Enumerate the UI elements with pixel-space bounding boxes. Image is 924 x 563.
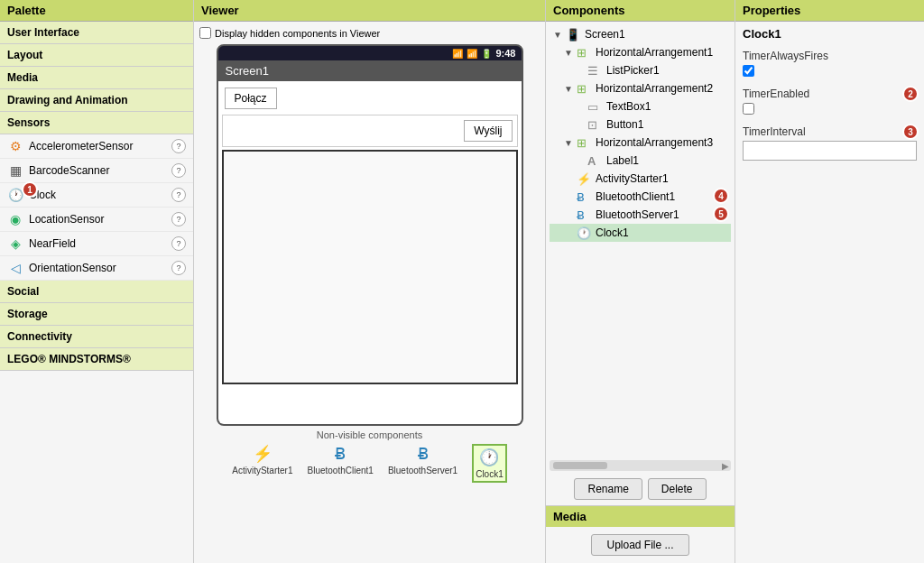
- barcode-label: BarcodeScanner: [29, 164, 171, 177]
- listpicker1-label: ListPicker1: [606, 64, 727, 77]
- accelerometer-icon: ⚙: [7, 138, 23, 154]
- harr1-label: HorizontalArrangement1: [596, 46, 727, 59]
- phone-titlebar: Screen1: [218, 60, 522, 81]
- prop-timer-always-fires: TimerAlwaysFires: [735, 46, 924, 84]
- accelerometer-label: AccelerometerSensor: [29, 140, 171, 152]
- phone-textarea[interactable]: [222, 150, 518, 384]
- location-icon: ◉: [7, 211, 23, 227]
- tree-screen1[interactable]: ▼ 📱 Screen1: [550, 25, 731, 43]
- screen1-expand-icon: ▼: [553, 30, 566, 40]
- tree-clock1[interactable]: 🕐 Clock1: [550, 224, 731, 242]
- palette-item-location[interactable]: ◉ LocationSensor ?: [0, 208, 193, 232]
- media-section: Media Upload File ...: [546, 505, 735, 563]
- timer-enabled-checkbox[interactable]: [743, 103, 754, 115]
- wyslij-button[interactable]: Wyślij: [464, 120, 512, 142]
- nearfield-help[interactable]: ?: [171, 236, 186, 251]
- clock-nv-icon: 🕐: [479, 448, 499, 467]
- battery-icon: 🔋: [481, 49, 492, 59]
- palette-panel: Palette User Interface Layout Media Draw…: [0, 0, 194, 563]
- tree-button1[interactable]: ⊡ Button1: [550, 115, 731, 134]
- screen1-label: Screen1: [585, 28, 727, 41]
- orientation-label: OrientationSensor: [29, 262, 171, 274]
- tree-label1[interactable]: A Label1: [550, 152, 731, 170]
- harr2-expand-icon: ▼: [564, 84, 577, 94]
- comp-buttons: Rename Delete: [546, 473, 735, 505]
- location-label: LocationSensor: [29, 213, 171, 226]
- activity-icon: ⚡: [253, 444, 273, 464]
- tree-harr3[interactable]: ▼ ⊞ HorizontalArrangement3: [550, 134, 731, 152]
- btserver-icon: Ƀ: [418, 444, 429, 464]
- palette-section-drawing[interactable]: Drawing and Animation: [0, 89, 193, 112]
- tree-btclient1[interactable]: Ƀ BluetoothClient1 4: [550, 188, 731, 206]
- non-visible-btclient[interactable]: Ƀ BluetoothClient1: [308, 444, 374, 483]
- clock-help[interactable]: ?: [171, 188, 186, 202]
- label1-label: Label1: [606, 154, 727, 167]
- accelerometer-help[interactable]: ?: [171, 139, 186, 153]
- tree-harr2[interactable]: ▼ ⊞ HorizontalArrangement2: [550, 79, 731, 97]
- timer-always-fires-checkbox[interactable]: [743, 65, 754, 77]
- orientation-help[interactable]: ?: [171, 261, 186, 275]
- polacz-button[interactable]: Połącz: [225, 88, 277, 109]
- palette-section-connectivity[interactable]: Connectivity: [0, 326, 193, 348]
- timer-enabled-label: TimerEnabled: [743, 88, 917, 100]
- palette-item-nearfield[interactable]: ◈ NearField ?: [0, 232, 193, 256]
- scroll-arrow-right[interactable]: ▶: [722, 461, 729, 471]
- tree-harr1[interactable]: ▼ ⊞ HorizontalArrangement1: [550, 43, 731, 61]
- delete-button[interactable]: Delete: [648, 478, 707, 500]
- media-body: Upload File ...: [546, 527, 735, 563]
- non-visible-activity[interactable]: ⚡ ActivityStarter1: [232, 444, 292, 483]
- prop-timer-enabled: TimerEnabled 2: [735, 84, 924, 122]
- phone-content[interactable]: Połącz Wyślij: [218, 81, 522, 424]
- location-help[interactable]: ?: [171, 212, 186, 226]
- non-visible-clock[interactable]: 🕐 Clock1: [472, 444, 507, 483]
- tree-activity1[interactable]: ⚡ ActivityStarter1: [550, 170, 731, 188]
- palette-section-media[interactable]: Media: [0, 67, 193, 89]
- btserver1-badge: 5: [713, 206, 729, 222]
- non-visible-section: Non-visible components ⚡ ActivityStarter…: [199, 429, 540, 483]
- palette-section-layout[interactable]: Layout: [0, 44, 193, 67]
- components-tree: ▼ 📱 Screen1 ▼ ⊞ HorizontalArrangement1 ☰…: [546, 22, 735, 458]
- palette-section-sensors[interactable]: Sensors: [0, 112, 193, 134]
- palette-section-storage[interactable]: Storage: [0, 303, 193, 326]
- display-hidden-label: Display hidden components in Viewer: [215, 28, 380, 39]
- clock-badge: 1: [22, 181, 38, 198]
- timer-always-fires-label: TimerAlwaysFires: [743, 50, 917, 62]
- rename-button[interactable]: Rename: [574, 478, 642, 500]
- button1-label: Button1: [606, 118, 727, 131]
- btclient1-icon: Ƀ: [577, 189, 593, 204]
- palette-item-accelerometer[interactable]: ⚙ AccelerometerSensor ?: [0, 134, 193, 159]
- clock1-icon: 🕐: [577, 226, 593, 240]
- palette-item-clock[interactable]: 🕐 Clock ? 1: [0, 183, 193, 208]
- btserver-label: BluetoothServer1: [388, 466, 457, 475]
- label1-icon: A: [587, 153, 604, 168]
- palette-section-social[interactable]: Social: [0, 281, 193, 303]
- upload-button[interactable]: Upload File ...: [591, 534, 688, 556]
- nearfield-label: NearField: [29, 237, 171, 250]
- clock-nv-label: Clock1: [476, 469, 504, 479]
- btclient1-badge: 4: [713, 188, 729, 204]
- tree-btserver1[interactable]: Ƀ BluetoothServer1 5: [550, 206, 731, 224]
- timer-interval-input[interactable]: 100: [743, 141, 917, 161]
- palette-header: Palette: [0, 0, 193, 22]
- non-visible-btserver[interactable]: Ƀ BluetoothServer1: [388, 444, 457, 483]
- palette-item-barcode[interactable]: ▦ BarcodeScanner ?: [0, 159, 193, 183]
- signal-icon: 📶: [467, 49, 477, 59]
- timer-interval-badge: 3: [902, 124, 919, 140]
- properties-panel: Properties Clock1 TimerAlwaysFires Timer…: [735, 0, 924, 563]
- palette-item-orientation[interactable]: ◁ OrientationSensor ?: [0, 256, 193, 281]
- clock1-label: Clock1: [596, 226, 727, 239]
- textbox1-label: TextBox1: [606, 100, 727, 113]
- display-hidden-checkbox[interactable]: [199, 27, 211, 39]
- comp-scrollbar-thumb: [553, 462, 607, 469]
- non-visible-label: Non-visible components: [199, 429, 540, 440]
- tree-listpicker1[interactable]: ☰ ListPicker1: [550, 61, 731, 79]
- comp-scrollbar[interactable]: ▶: [550, 460, 731, 471]
- barcode-help[interactable]: ?: [171, 163, 186, 178]
- components-header: Components: [546, 0, 735, 22]
- btserver1-label: BluetoothServer1: [596, 208, 727, 221]
- tree-textbox1[interactable]: ▭ TextBox1: [550, 97, 731, 115]
- clock-label: Clock: [29, 189, 171, 201]
- palette-section-lego[interactable]: LEGO® MINDSTORMS®: [0, 348, 193, 371]
- harr1-icon: ⊞: [577, 45, 593, 60]
- palette-section-user-interface[interactable]: User Interface: [0, 22, 193, 44]
